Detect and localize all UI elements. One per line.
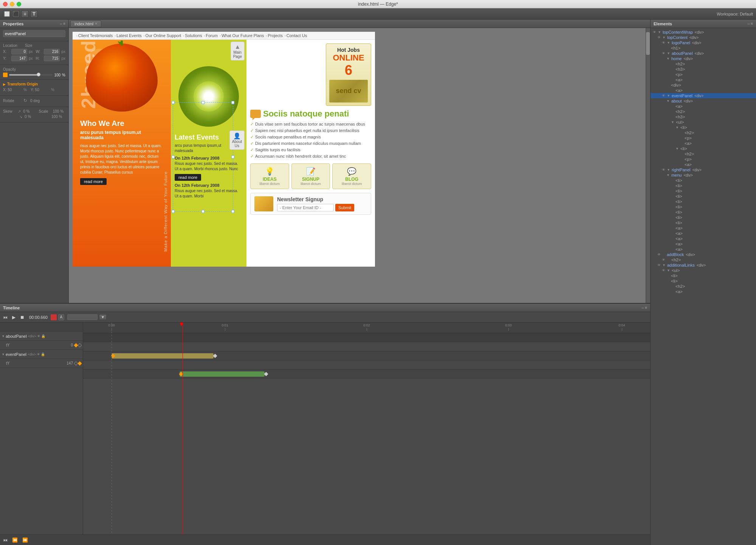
tree-item[interactable]: <h2> [651, 109, 756, 114]
tl-label-event-ty[interactable]: tY 147 [0, 359, 83, 368]
tree-item[interactable]: <li> [651, 183, 756, 188]
tree-arrow-icon[interactable]: ▼ [658, 30, 661, 34]
h-input[interactable] [44, 56, 60, 61]
tree-item[interactable]: <li> [651, 273, 756, 278]
tree-eye-icon[interactable]: 👁 [662, 51, 665, 55]
tree-item[interactable]: <a> [651, 241, 756, 247]
tree-item[interactable]: <h2> [651, 151, 756, 157]
tl-bottom-btn1[interactable]: ⏮ [2, 537, 9, 543]
tl-expand-about[interactable]: ▼ [2, 334, 5, 338]
tree-item[interactable]: ▼menu<div> [651, 172, 756, 178]
toolbar-icon-3[interactable]: ≡ [21, 10, 29, 18]
tree-item[interactable]: <a> [651, 225, 756, 231]
w-input[interactable] [44, 49, 60, 54]
tl-bottom-btn3[interactable]: ⏩ [21, 537, 29, 543]
tree-arrow-icon[interactable]: ▼ [662, 263, 666, 267]
tree-item[interactable]: <h3> [651, 67, 756, 72]
tree-item[interactable]: <div> [651, 82, 756, 88]
read-more-button[interactable]: read more [80, 178, 107, 185]
tree-item[interactable]: <li> [651, 199, 756, 204]
tree-item[interactable]: 👁addBlock<div> [651, 252, 756, 257]
tree-item[interactable]: 👁▼eventPanel<div> [651, 93, 756, 98]
tree-item[interactable]: <li> [651, 215, 756, 220]
about-us-button[interactable]: 👤 AboutUs [229, 130, 245, 150]
tree-arrow-icon[interactable]: ▼ [667, 94, 670, 98]
tl-diamond-event-end[interactable] [264, 372, 268, 376]
canvas-tab[interactable]: index.html × [70, 20, 101, 27]
tree-item[interactable]: <h2> [651, 61, 756, 67]
tree-item[interactable]: <h2> [651, 284, 756, 289]
tl-label-event-panel[interactable]: ▼ eventPanel <div> 👁 🔒 [0, 350, 83, 359]
tree-item[interactable]: <a> [651, 77, 756, 82]
tree-arrow-icon[interactable]: ▼ [666, 173, 670, 177]
nav-online-support[interactable]: • Our Online Support [144, 33, 181, 38]
tree-item[interactable]: <li> [651, 278, 756, 284]
panel-menu[interactable]: ≡ [63, 22, 65, 26]
elements-collapse[interactable]: – [748, 22, 750, 26]
nav-solutions[interactable]: • Solutions [183, 33, 202, 38]
tl-label-about-panel[interactable]: ▼ aboutPanel <div> 👁 🔒 [0, 332, 83, 341]
maximize-button[interactable] [17, 2, 21, 6]
tree-item[interactable]: <li> [651, 210, 756, 215]
tree-arrow-icon[interactable]: ▼ [667, 41, 670, 45]
y-input[interactable] [11, 56, 27, 61]
tree-item[interactable]: <p> [651, 72, 756, 77]
tree-item[interactable]: <h2> [651, 130, 756, 135]
nav-future-plans[interactable]: • What Our Future Plans [220, 33, 264, 38]
tree-item[interactable]: <a> [651, 236, 756, 241]
le-read-more-button[interactable]: read more [175, 174, 201, 181]
tree-eye-icon[interactable]: 👁 [657, 36, 661, 39]
toolbar-text-tool[interactable]: T [30, 10, 38, 18]
tree-eye-icon[interactable]: 👁 [662, 168, 665, 172]
tree-item[interactable]: <li> [651, 204, 756, 210]
tree-item[interactable]: 👁▼<ul> [651, 268, 756, 273]
tree-item[interactable]: 👁▼logoPanel<div> [651, 40, 756, 45]
tree-item[interactable]: <a> [651, 162, 756, 167]
tree-item[interactable]: <p> [651, 135, 756, 141]
panel-collapse[interactable]: – [60, 22, 62, 26]
tree-arrow-icon[interactable]: ▼ [667, 269, 670, 272]
send-cv-label[interactable]: send cv [336, 87, 361, 95]
tree-item[interactable]: <h1> [651, 45, 756, 51]
tl-diamond-about-end[interactable] [213, 354, 217, 358]
tree-eye-icon[interactable]: 👁 [657, 253, 661, 256]
tree-item[interactable]: 👁▼topContentWrap<div> [651, 30, 756, 35]
tree-eye-icon[interactable]: 👁 [657, 263, 661, 267]
tl-expand-event[interactable]: ▼ [2, 352, 5, 356]
nav-projects[interactable]: • Projects [266, 33, 283, 38]
tl-track-event-ty[interactable] [83, 370, 650, 379]
tree-item[interactable]: 👁<h2> [651, 257, 756, 262]
tree-item[interactable]: 👁▼aboutPanel<div> [651, 51, 756, 56]
element-name-input[interactable] [3, 30, 65, 37]
blog-card[interactable]: 💬 BLOG liberot dictum [332, 163, 371, 189]
tree-arrow-icon[interactable]: ▼ [666, 57, 670, 61]
tree-item[interactable]: <li> [651, 188, 756, 194]
tree-item[interactable]: <p> [651, 157, 756, 162]
tree-item[interactable]: ▼<ul> [651, 120, 756, 125]
tl-kf-about-yellow[interactable] [112, 353, 214, 359]
tree-item[interactable]: <a> [651, 247, 756, 252]
minimize-button[interactable] [10, 2, 14, 6]
tl-eye-about[interactable]: 👁 [37, 334, 40, 338]
nav-latest-events[interactable]: • Latest Events [115, 33, 141, 38]
tl-auto-button[interactable]: A [58, 314, 64, 320]
tl-rewind-button[interactable]: ⏮ [2, 314, 9, 321]
tl-bottom-btn2[interactable]: ⏪ [11, 537, 19, 543]
tree-item[interactable]: <a> [651, 88, 756, 93]
newsletter-submit-button[interactable]: Submit [335, 204, 354, 211]
tl-label-about-ty[interactable]: tY 0 [0, 341, 83, 350]
canvas-tab-close[interactable]: × [95, 22, 97, 26]
tl-stop-button[interactable]: ⏹ [19, 314, 26, 321]
tl-diamond-event-right[interactable] [77, 361, 82, 365]
opacity-checkbox[interactable] [3, 73, 8, 77]
tl-playhead-marker[interactable] [180, 323, 183, 326]
tree-item[interactable]: ▼<li> [651, 146, 756, 151]
tl-eye-event[interactable]: 👁 [37, 352, 40, 356]
nav-contact-us[interactable]: • Contact Us [285, 33, 307, 38]
tree-item[interactable]: ▼about<div> [651, 98, 756, 104]
tree-eye-icon[interactable]: 👁 [653, 30, 656, 34]
tree-arrow-icon[interactable]: ▼ [662, 36, 666, 39]
tl-lock-about[interactable]: 🔒 [41, 334, 45, 338]
tree-item[interactable]: <li> [651, 220, 756, 225]
tree-eye-icon[interactable]: 👁 [662, 269, 665, 272]
